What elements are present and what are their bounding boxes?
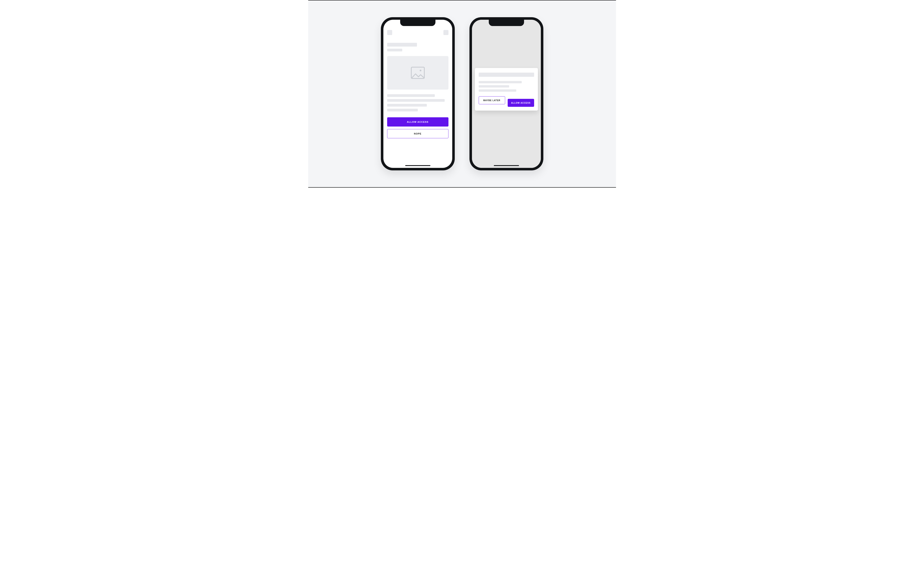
body-line	[387, 94, 435, 97]
phone-frame-right: MAYBE LATER ALLOW ACCESS	[470, 17, 543, 171]
maybe-later-button[interactable]: MAYBE LATER	[479, 96, 505, 104]
top-nav	[387, 30, 448, 35]
allow-access-button[interactable]: ALLOW ACCESS	[387, 117, 448, 127]
body-line	[387, 104, 427, 106]
notch-icon	[400, 20, 435, 26]
dialog-body-line	[479, 81, 522, 83]
subhead-placeholder	[387, 49, 402, 51]
mockup-canvas: ALLOW ACCESS NOPE MAYBE LATER ALLOW ACCE…	[308, 0, 616, 187]
dialog-body-line	[479, 89, 516, 92]
allow-access-button[interactable]: ALLOW ACCESS	[508, 99, 534, 107]
dialog-title-placeholder	[479, 73, 534, 77]
image-icon	[411, 67, 425, 79]
hero-image-placeholder	[387, 56, 448, 90]
dialog-body-line	[479, 85, 509, 87]
notch-icon	[489, 20, 524, 26]
nope-button[interactable]: NOPE	[387, 129, 448, 138]
home-indicator-icon	[494, 165, 519, 166]
nav-left-icon[interactable]	[387, 30, 392, 35]
nav-right-icon[interactable]	[443, 30, 448, 35]
home-indicator-icon	[405, 165, 430, 166]
phone-screen-right: MAYBE LATER ALLOW ACCESS	[472, 20, 541, 168]
phone-frame-left: ALLOW ACCESS NOPE	[381, 17, 455, 171]
body-line	[387, 109, 418, 111]
headline-placeholder	[387, 43, 417, 46]
phone-screen-left: ALLOW ACCESS NOPE	[383, 20, 452, 168]
permission-dialog-screen: MAYBE LATER ALLOW ACCESS	[472, 20, 541, 168]
dialog-actions: MAYBE LATER ALLOW ACCESS	[479, 96, 534, 107]
body-line	[387, 99, 445, 102]
permission-dialog: MAYBE LATER ALLOW ACCESS	[475, 68, 538, 111]
permission-full-screen: ALLOW ACCESS NOPE	[383, 20, 452, 168]
